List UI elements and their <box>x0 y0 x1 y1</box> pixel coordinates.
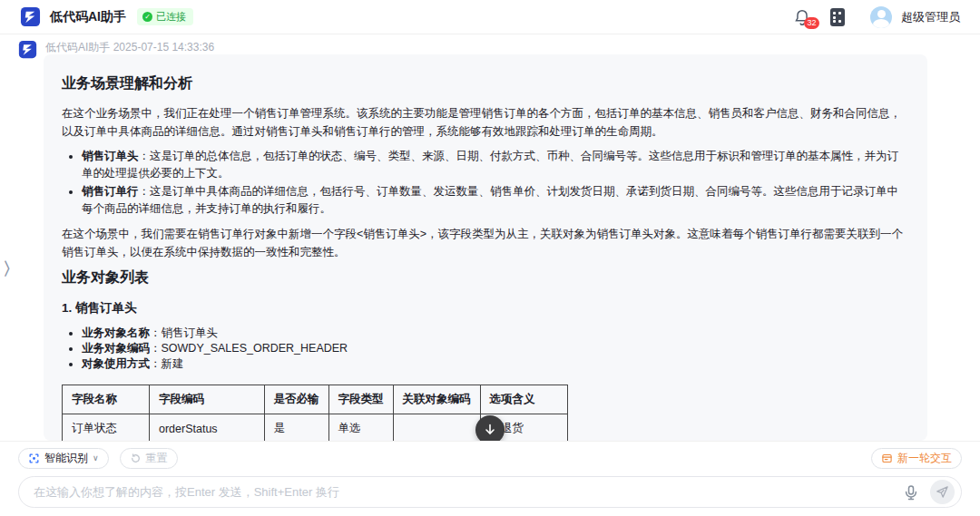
col-header: 选项含义 <box>480 385 567 414</box>
list-item: 对象使用方式：新建 <box>82 356 909 372</box>
table-cell: 单选 <box>328 414 393 442</box>
col-header: 字段名称 <box>63 385 150 414</box>
composer-toolbar: 智能识别 ∨ 重置 新一轮交互 <box>0 446 980 470</box>
reset-icon <box>130 453 142 464</box>
message-sender: 低代码AI助手 <box>45 41 110 54</box>
reset-label: 重置 <box>146 451 168 466</box>
col-header: 关联对象编码 <box>393 385 480 414</box>
new-round-label: 新一轮交互 <box>897 451 952 466</box>
assistant-message-bubble: 业务场景理解和分析 在这个业务场景中，我们正在处理一个销售订单管理系统。该系统的… <box>44 54 927 441</box>
term-desc: ：SOWDY_SALES_ORDER_HEADER <box>150 342 348 355</box>
send-button[interactable] <box>930 480 955 504</box>
col-header: 字段类型 <box>328 385 393 414</box>
assistant-avatar-icon <box>18 40 37 59</box>
term-label: 业务对象编码 <box>82 342 150 355</box>
scan-icon <box>28 453 40 464</box>
notification-bell-button[interactable]: 32 <box>792 7 812 27</box>
col-header: 是否必输 <box>264 385 328 414</box>
section-title-object-list: 业务对象列表 <box>62 268 909 287</box>
table-cell: 是 <box>264 414 328 442</box>
analysis-paragraph: 在这个业务场景中，我们正在处理一个销售订单管理系统。该系统的主要功能是管理销售订… <box>62 104 909 141</box>
term-desc: ：新建 <box>150 357 184 370</box>
list-item: 销售订单行：这是订单中具体商品的详细信息，包括行号、订单数量、发运数量、销售单价… <box>82 183 909 218</box>
user-name: 超级管理员 <box>901 9 960 25</box>
reset-button[interactable]: 重置 <box>120 448 178 469</box>
chevron-down-icon: ∨ <box>93 453 99 462</box>
send-icon <box>936 485 949 499</box>
object-attribute-list: 业务对象名称：销售订单头 业务对象编码：SOWDY_SALES_ORDER_HE… <box>82 326 909 372</box>
table-cell: orderStatus <box>150 414 265 442</box>
connection-status-text: 已连接 <box>156 10 186 24</box>
chat-input[interactable] <box>18 476 962 508</box>
smart-recognition-button[interactable]: 智能识别 ∨ <box>18 448 109 469</box>
smart-recognition-label: 智能识别 <box>44 451 88 466</box>
term-desc: ：这是订单的总体信息，包括订单的状态、编号、类型、来源、日期、付款方式、币种、合… <box>82 150 898 180</box>
app-title: 低代码AI助手 <box>50 9 126 25</box>
new-round-icon <box>881 453 893 464</box>
chat-input-row <box>18 476 962 508</box>
qr-code-icon[interactable] <box>830 8 845 26</box>
order-description-list: 销售订单头：这是订单的总体信息，包括订单的状态、编号、类型、来源、日期、付款方式… <box>82 148 909 218</box>
microphone-button[interactable] <box>902 483 920 501</box>
table-cell: 订单状态 <box>63 414 150 442</box>
user-avatar[interactable] <box>870 6 892 28</box>
list-item: 业务对象名称：销售订单头 <box>82 326 909 341</box>
notification-count-badge: 32 <box>804 17 819 29</box>
message-meta: 低代码AI助手 2025-07-15 14:33:36 <box>45 40 214 55</box>
app-logo-icon <box>20 6 41 27</box>
term-label: 业务对象名称 <box>82 326 150 339</box>
arrow-down-icon <box>483 423 497 437</box>
check-icon: ✓ <box>142 12 152 22</box>
section-title-analysis: 业务场景理解和分析 <box>62 74 909 93</box>
new-round-button[interactable]: 新一轮交互 <box>871 448 962 469</box>
top-header: 低代码AI助手 ✓ 已连接 32 超级管理员 <box>0 0 980 34</box>
col-header: 字段编码 <box>150 385 265 414</box>
term-label: 对象使用方式 <box>82 357 150 370</box>
sidebar-expand-chevron-icon[interactable]: 〉 <box>3 258 20 281</box>
term-desc: ：销售订单头 <box>150 326 218 339</box>
table-cell <box>393 414 480 442</box>
message-timestamp: 2025-07-15 14:33:36 <box>113 41 214 54</box>
list-item: 业务对象编码：SOWDY_SALES_ORDER_HEADER <box>82 341 909 356</box>
connection-status-badge: ✓ 已连接 <box>137 8 193 25</box>
list-item: 销售订单头：这是订单的总体信息，包括订单的状态、编号、类型、来源、日期、付款方式… <box>82 148 909 182</box>
term-desc: ：这是订单中具体商品的详细信息，包括行号、订单数量、发运数量、销售单价、计划发货… <box>82 185 898 215</box>
requirement-paragraph: 在这个场景中，我们需要在销售订单行对象中新增一个字段<销售订单头>，该字段类型为… <box>62 225 909 261</box>
term-label: 销售订单行 <box>82 185 139 198</box>
term-label: 销售订单头 <box>82 150 139 162</box>
table-header-row: 字段名称 字段编码 是否必输 字段类型 关联对象编码 选项含义 <box>63 385 568 414</box>
object-title: 1. 销售订单头 <box>62 300 909 316</box>
composer-footer: 智能识别 ∨ 重置 新一轮交互 <box>0 441 980 516</box>
microphone-icon <box>902 483 920 501</box>
